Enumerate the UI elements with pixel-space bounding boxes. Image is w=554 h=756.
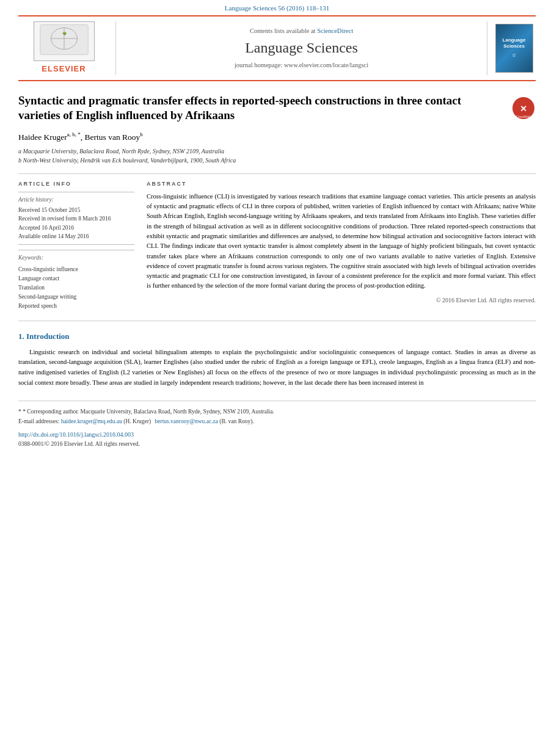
intro-paragraph-1: Linguistic research on individual and so… <box>18 347 536 388</box>
journal-header-right: LanguageSciences α <box>487 21 536 75</box>
elsevier-logo: 🌳 ELSEVIER <box>34 21 95 75</box>
journal-cover-thumbnail: LanguageSciences α <box>495 24 533 73</box>
email-footnote: E-mail addresses: haidee.kruger@mq.edu.a… <box>18 417 536 426</box>
article-history: Article history: Received 15 October 201… <box>18 192 134 245</box>
author-kruger-sup: a, b, * <box>67 131 81 137</box>
journal-header-center: Contents lists available at ScienceDirec… <box>116 21 487 75</box>
crossmark-badge[interactable]: ✕ CrossMark <box>511 96 536 123</box>
doi-link[interactable]: http://dx.doi.org/10.1016/j.langsci.2016… <box>18 431 536 439</box>
footnotes-section: * * Corresponding author. Macquarie Univ… <box>18 401 536 455</box>
abstract-column: ABSTRACT Cross-linguistic influence (CLI… <box>147 180 536 311</box>
author-rooy-sup: b <box>140 131 143 137</box>
keyword-1: Cross-linguistic influence <box>18 265 134 274</box>
author-separator: , Bertus van Rooy <box>81 132 140 141</box>
svg-text:🌳: 🌳 <box>62 32 67 37</box>
email-rooy[interactable]: bertus.vanrooy@nwu.ac.za <box>155 418 218 424</box>
elsevier-svg: 🌳 <box>34 21 94 61</box>
journal-homepage: journal homepage: www.elsevier.com/locat… <box>235 61 368 70</box>
crossmark-icon: ✕ CrossMark <box>511 96 536 120</box>
affiliations: a Macquarie University, Balaclava Road, … <box>18 147 536 165</box>
author-kruger: Haidee Kruger <box>18 132 67 141</box>
elsevier-logo-image: 🌳 <box>34 21 95 61</box>
history-online: Available online 14 May 2016 <box>18 232 134 241</box>
svg-text:✕: ✕ <box>520 104 527 114</box>
journal-header-left: 🌳 ELSEVIER <box>18 21 116 75</box>
affiliation-b: b North-West University, Hendrik van Eck… <box>18 156 536 165</box>
journal-title: Language Sciences <box>245 38 358 59</box>
article-content: Syntactic and pragmatic transfer effects… <box>18 81 536 388</box>
journal-volume-link[interactable]: Language Sciences 56 (2016) 118–131 <box>225 4 329 12</box>
journal-header: 🌳 ELSEVIER Contents lists available at S… <box>18 15 536 81</box>
introduction-heading: 1. Introduction <box>18 331 536 342</box>
article-info-header: ARTICLE INFO <box>18 180 134 188</box>
keyword-5: Reported speech <box>18 302 134 311</box>
sciencedirect-link[interactable]: ScienceDirect <box>317 27 353 34</box>
article-body: 1. Introduction Linguistic research on i… <box>18 331 536 388</box>
authors-line: Haidee Krugera, b, *, Bertus van Rooyb <box>18 131 536 143</box>
keywords-label: Keywords: <box>18 254 134 262</box>
abstract-text: Cross-linguistic influence (CLI) is inve… <box>147 192 536 291</box>
article-info-abstract: ARTICLE INFO Article history: Received 1… <box>18 180 536 311</box>
email-kruger[interactable]: haidee.kruger@mq.edu.au <box>61 418 122 424</box>
history-received: Received 15 October 2015 <box>18 206 134 214</box>
article-info-column: ARTICLE INFO Article history: Received 1… <box>18 180 134 311</box>
article-title-section: Syntactic and pragmatic transfer effects… <box>18 93 536 123</box>
section-divider <box>18 173 536 174</box>
keywords-section: Keywords: Cross-linguistic influence Lan… <box>18 250 134 311</box>
abstract-header: ABSTRACT <box>147 180 536 188</box>
top-link-bar[interactable]: Language Sciences 56 (2016) 118–131 <box>0 0 554 15</box>
corresponding-author-text: * Corresponding author. Macquarie Univer… <box>23 409 274 415</box>
history-revised: Received in revised form 8 March 2016 <box>18 214 134 223</box>
keyword-3: Translation <box>18 283 134 293</box>
footnote-star: * <box>18 409 21 415</box>
page-wrapper: Language Sciences 56 (2016) 118–131 🌳 <box>0 0 554 455</box>
history-label: Article history: <box>18 196 134 204</box>
sciencedirect-availability: Contents lists available at ScienceDirec… <box>250 27 353 36</box>
svg-text:CrossMark: CrossMark <box>516 115 531 118</box>
abstract-copyright: © 2016 Elsevier Ltd. All rights reserved… <box>147 296 536 305</box>
keyword-4: Second-language writing <box>18 293 134 302</box>
affiliation-a: a Macquarie University, Balaclava Road, … <box>18 147 536 156</box>
keyword-2: Language contact <box>18 274 134 283</box>
history-accepted: Accepted 16 April 2016 <box>18 224 134 232</box>
body-divider <box>18 321 536 321</box>
email-kruger-name: (H. Kruger) <box>123 418 151 424</box>
article-title: Syntactic and pragmatic transfer effects… <box>18 93 505 123</box>
elsevier-brand-text: ELSEVIER <box>42 64 86 75</box>
email-rooy-name: (B. van Rooy). <box>219 418 253 424</box>
corresponding-author-note: * * Corresponding author. Macquarie Univ… <box>18 407 536 416</box>
email-label: E-mail addresses: <box>18 418 59 424</box>
issn-copyright: 0388-0001/© 2016 Elsevier Ltd. All right… <box>18 440 536 448</box>
